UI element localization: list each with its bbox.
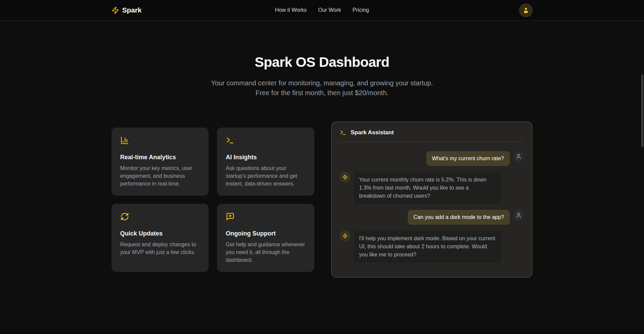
feature-description: Request and deploy changes to your MVP w… bbox=[120, 241, 200, 256]
scrollbar-thumb[interactable] bbox=[641, 74, 643, 147]
zap-icon bbox=[342, 233, 348, 239]
feature-card-ai-insights: AI Insights Ask questions about your sta… bbox=[217, 128, 314, 196]
user-chat-avatar bbox=[513, 151, 524, 162]
assistant-panel-header: Spark Assistant bbox=[332, 122, 532, 142]
user-chat-avatar bbox=[513, 210, 524, 221]
user-avatar-button[interactable] bbox=[519, 3, 533, 17]
assistant-panel: Spark Assistant What's my current churn … bbox=[331, 121, 532, 278]
chat-bubble: Your current monthly churn rate is 5.2%.… bbox=[354, 172, 501, 204]
feature-card-ongoing-support: Ongoing Support Get help and guidance wh… bbox=[217, 204, 314, 272]
chat-bubble: What's my current churn rate? bbox=[426, 151, 510, 166]
feature-card-realtime-analytics: Real-time Analytics Monitor your key met… bbox=[112, 128, 209, 196]
hero-section: Spark OS Dashboard Your command center f… bbox=[0, 21, 644, 98]
chat-bubble: I'll help you implement dark mode. Based… bbox=[354, 230, 501, 263]
chat-message-user: What's my current churn rate? bbox=[340, 151, 524, 166]
main-nav: How it Works Our Work Pricing bbox=[275, 7, 369, 13]
assistant-chat-avatar bbox=[340, 172, 350, 183]
nav-link-how-it-works[interactable]: How it Works bbox=[275, 7, 307, 13]
assistant-chat-avatar bbox=[340, 230, 350, 241]
terminal-icon bbox=[226, 136, 235, 145]
feature-title: AI Insights bbox=[226, 154, 306, 161]
page-title: Spark OS Dashboard bbox=[0, 55, 644, 70]
nav-link-our-work[interactable]: Our Work bbox=[318, 7, 341, 13]
chart-column-icon bbox=[120, 136, 129, 145]
user-icon bbox=[516, 212, 522, 218]
feature-title: Ongoing Support bbox=[226, 230, 306, 237]
chat-message-assistant: I'll help you implement dark mode. Based… bbox=[340, 230, 524, 263]
nav-link-pricing[interactable]: Pricing bbox=[352, 7, 369, 13]
page-scrollbar bbox=[641, 0, 644, 334]
chat-message-assistant: Your current monthly churn rate is 5.2%.… bbox=[340, 172, 524, 204]
zap-icon bbox=[342, 174, 348, 180]
navbar: Spark How it Works Our Work Pricing bbox=[0, 0, 644, 21]
terminal-icon bbox=[340, 129, 346, 136]
feature-description: Ask questions about your startup's perfo… bbox=[226, 164, 306, 188]
feature-card-quick-updates: Quick Updates Request and deploy changes… bbox=[112, 204, 209, 272]
user-icon bbox=[516, 154, 522, 160]
zap-icon bbox=[112, 6, 119, 14]
chat-message-user: Can you add a dark mode to the app? bbox=[340, 210, 524, 225]
user-icon bbox=[522, 7, 529, 14]
brand-name: Spark bbox=[122, 6, 142, 14]
feature-title: Quick Updates bbox=[120, 230, 200, 237]
chat-messages: What's my current churn rate? Your curre… bbox=[332, 142, 532, 272]
feature-description: Get help and guidance whenever you need … bbox=[226, 241, 306, 264]
message-square-plus-icon bbox=[226, 212, 235, 221]
refresh-icon bbox=[120, 212, 129, 221]
main-content: Real-time Analytics Monitor your key met… bbox=[112, 121, 533, 278]
assistant-panel-title: Spark Assistant bbox=[351, 129, 394, 136]
feature-title: Real-time Analytics bbox=[120, 154, 200, 161]
feature-description: Monitor your key metrics, user engagemen… bbox=[120, 164, 200, 188]
features-grid: Real-time Analytics Monitor your key met… bbox=[112, 128, 314, 272]
brand-logo[interactable]: Spark bbox=[112, 6, 142, 14]
chat-bubble: Can you add a dark mode to the app? bbox=[408, 210, 510, 225]
page-subtitle: Your command center for monitoring, mana… bbox=[208, 78, 436, 98]
